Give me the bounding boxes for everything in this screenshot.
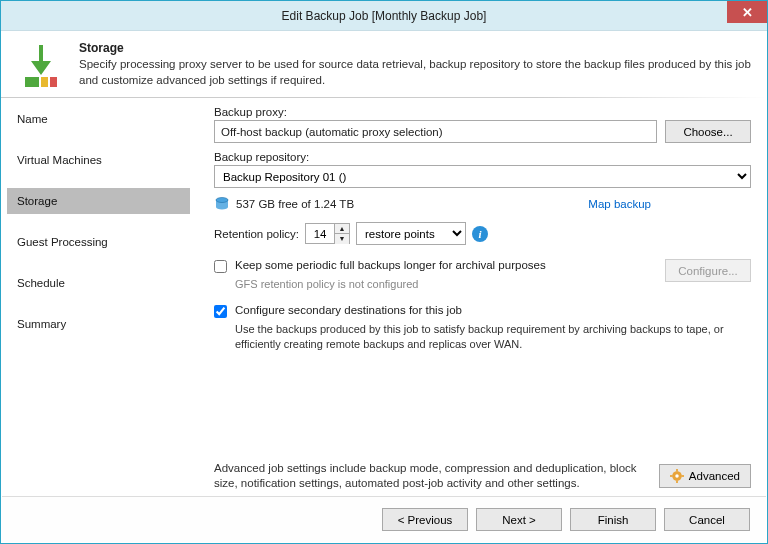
dialog-body: Name Virtual Machines Storage Guest Proc… bbox=[1, 98, 767, 500]
retention-label: Retention policy: bbox=[214, 228, 299, 240]
window-title: Edit Backup Job [Monthly Backup Job] bbox=[282, 9, 487, 23]
advanced-button[interactable]: Advanced bbox=[659, 464, 751, 488]
repo-label: Backup repository: bbox=[214, 151, 751, 163]
repo-select[interactable]: Backup Repository 01 () bbox=[214, 165, 751, 188]
spinner-up-icon[interactable]: ▲ bbox=[335, 224, 349, 234]
wizard-sidebar: Name Virtual Machines Storage Guest Proc… bbox=[1, 98, 196, 500]
retention-unit-select[interactable]: restore points bbox=[356, 222, 466, 245]
svg-rect-7 bbox=[676, 469, 678, 472]
svg-rect-0 bbox=[25, 77, 39, 87]
advanced-desc: Advanced job settings include backup mod… bbox=[214, 461, 647, 492]
svg-rect-1 bbox=[41, 77, 48, 87]
proxy-label: Backup proxy: bbox=[214, 106, 751, 118]
svg-rect-8 bbox=[676, 481, 678, 484]
gfs-checkbox[interactable] bbox=[214, 260, 227, 273]
choose-button[interactable]: Choose... bbox=[665, 120, 751, 143]
content-panel: Backup proxy: Off-host backup (automatic… bbox=[196, 98, 767, 500]
dialog-footer: < Previous Next > Finish Cancel bbox=[2, 496, 766, 542]
close-icon: ✕ bbox=[742, 5, 753, 20]
disk-icon bbox=[214, 196, 230, 212]
retention-spinner[interactable]: ▲ ▼ bbox=[305, 223, 350, 244]
map-backup-link[interactable]: Map backup bbox=[588, 198, 651, 210]
sidebar-item-name[interactable]: Name bbox=[7, 106, 190, 132]
gfs-desc: GFS retention policy is not configured bbox=[235, 277, 657, 292]
advanced-button-label: Advanced bbox=[689, 470, 740, 482]
gear-icon bbox=[670, 469, 684, 483]
sidebar-item-schedule[interactable]: Schedule bbox=[7, 270, 190, 296]
page-title: Storage bbox=[79, 41, 751, 55]
gfs-label: Keep some periodic full backups longer f… bbox=[235, 259, 546, 271]
dialog-window: Edit Backup Job [Monthly Backup Job] ✕ S… bbox=[0, 0, 768, 544]
retention-value[interactable] bbox=[306, 224, 334, 243]
gfs-checkbox-row[interactable]: Keep some periodic full backups longer f… bbox=[214, 259, 657, 273]
gfs-configure-button: Configure... bbox=[665, 259, 751, 282]
proxy-field[interactable]: Off-host backup (automatic proxy selecti… bbox=[214, 120, 657, 143]
sidebar-item-storage[interactable]: Storage bbox=[7, 188, 190, 214]
secondary-label: Configure secondary destinations for thi… bbox=[235, 304, 462, 316]
cancel-button[interactable]: Cancel bbox=[664, 508, 750, 531]
info-icon[interactable]: i bbox=[472, 226, 488, 242]
freespace-text: 537 GB free of 1.24 TB bbox=[236, 198, 354, 210]
sidebar-item-virtual-machines[interactable]: Virtual Machines bbox=[7, 147, 190, 173]
secondary-desc: Use the backups produced by this job to … bbox=[235, 322, 751, 352]
svg-point-6 bbox=[675, 475, 679, 479]
next-button[interactable]: Next > bbox=[476, 508, 562, 531]
storage-icon bbox=[17, 41, 65, 89]
previous-button[interactable]: < Previous bbox=[382, 508, 468, 531]
svg-rect-9 bbox=[670, 476, 673, 478]
sidebar-item-guest-processing[interactable]: Guest Processing bbox=[7, 229, 190, 255]
title-bar: Edit Backup Job [Monthly Backup Job] ✕ bbox=[1, 1, 767, 31]
secondary-checkbox-row[interactable]: Configure secondary destinations for thi… bbox=[214, 304, 751, 318]
secondary-checkbox[interactable] bbox=[214, 305, 227, 318]
sidebar-item-summary[interactable]: Summary bbox=[7, 311, 190, 337]
proxy-value: Off-host backup (automatic proxy selecti… bbox=[221, 126, 443, 138]
page-header: Storage Specify processing proxy server … bbox=[1, 31, 767, 97]
svg-rect-10 bbox=[681, 476, 684, 478]
spinner-down-icon[interactable]: ▼ bbox=[335, 234, 349, 244]
page-subtitle: Specify processing proxy server to be us… bbox=[79, 57, 751, 88]
header-text: Storage Specify processing proxy server … bbox=[79, 41, 751, 89]
close-button[interactable]: ✕ bbox=[727, 1, 767, 23]
finish-button[interactable]: Finish bbox=[570, 508, 656, 531]
svg-rect-2 bbox=[50, 77, 57, 87]
